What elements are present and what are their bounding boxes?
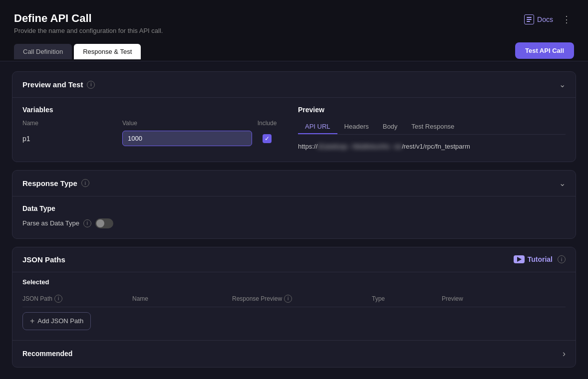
preview-test-info-icon[interactable]: i <box>87 81 95 89</box>
url-blurred: d1awdusp···hblafeieunhs···ee <box>317 143 402 150</box>
tab-call-definition[interactable]: Call Definition <box>14 44 72 59</box>
col-name: Name <box>132 295 232 303</box>
json-paths-section: JSON Paths Tutorial i Selected JSON Path… <box>12 247 576 368</box>
preview-test-chevron: ⌄ <box>559 80 566 89</box>
preview-tab-headers[interactable]: Headers <box>337 120 376 134</box>
variables-col-headers: Name Value Include <box>22 120 282 127</box>
page-header: Define API Call Provide the name and con… <box>0 0 588 42</box>
recommended-chevron: › <box>563 349 566 359</box>
json-paths-title: JSON Paths <box>22 255 65 264</box>
parse-as-data-type-label: Parse as Data Type <box>22 219 79 227</box>
recommended-row[interactable]: Recommended › <box>12 340 576 367</box>
page-subtitle: Provide the name and configuration for t… <box>14 27 163 34</box>
docs-icon <box>524 14 534 24</box>
recommended-label: Recommended <box>22 350 72 358</box>
json-paths-table-header: JSON Path i Name Response Preview i Type… <box>22 291 566 307</box>
col-json-path: JSON Path i <box>22 295 132 303</box>
preview-url: https://d1awdusp···hblafeieunhs···ee/res… <box>298 142 566 152</box>
header-left: Define API Call Provide the name and con… <box>14 12 163 34</box>
parse-data-type-toggle[interactable] <box>95 218 113 228</box>
preview-tab-test-response[interactable]: Test Response <box>404 120 461 134</box>
test-api-button[interactable]: Test API Call <box>515 42 574 59</box>
col-preview: Preview <box>442 295 566 303</box>
tutorial-label: Tutorial <box>528 255 553 263</box>
variables-panel-title: Variables <box>22 106 282 114</box>
docs-button[interactable]: Docs <box>524 14 553 24</box>
response-preview-col-info[interactable]: i <box>284 295 292 303</box>
tab-group: Call Definition Response & Test <box>14 44 141 59</box>
preview-test-header[interactable]: Preview and Test i ⌄ <box>12 72 576 97</box>
json-paths-body: Selected JSON Path i Name Response Previ… <box>12 272 576 340</box>
youtube-icon <box>514 255 525 263</box>
add-icon: + <box>30 317 34 326</box>
tab-response-test[interactable]: Response & Test <box>74 44 141 59</box>
variable-include-checkbox[interactable]: ✓ <box>252 134 282 143</box>
checkbox[interactable]: ✓ <box>263 134 272 143</box>
variable-row: p1 ✓ <box>22 131 282 146</box>
preview-test-content: Variables Name Value Include p1 ✓ <box>22 106 566 152</box>
preview-test-body: Variables Name Value Include p1 ✓ <box>12 97 576 162</box>
variable-name: p1 <box>22 135 122 143</box>
selected-label: Selected <box>22 272 566 291</box>
header-right: Docs ⋮ <box>524 12 574 25</box>
svg-rect-0 <box>527 17 532 18</box>
add-json-path-button[interactable]: + Add JSON Path <box>22 312 91 330</box>
variables-panel: Variables Name Value Include p1 ✓ <box>22 106 282 152</box>
svg-rect-2 <box>527 21 530 22</box>
main-content: Preview and Test i ⌄ Variables Name Valu… <box>0 61 588 378</box>
preview-tab-body[interactable]: Body <box>376 120 405 134</box>
response-type-chevron: ⌄ <box>559 179 566 188</box>
svg-rect-1 <box>527 19 532 20</box>
data-type-heading: Data Type <box>22 204 566 212</box>
variable-value-input[interactable] <box>122 131 252 146</box>
preview-test-title: Preview and Test <box>22 80 83 89</box>
col-response-preview: Response Preview i <box>232 295 372 303</box>
parse-data-type-info-icon[interactable]: i <box>83 219 91 227</box>
toggle-knob <box>96 219 104 227</box>
preview-test-header-left: Preview and Test i <box>22 80 95 89</box>
col-type: Type <box>372 295 442 303</box>
preview-panel: Preview API URL Headers Body Test Respon… <box>298 106 566 152</box>
tutorial-button[interactable]: Tutorial <box>514 255 553 263</box>
more-button[interactable]: ⋮ <box>559 14 574 25</box>
json-paths-info-icon[interactable]: i <box>558 255 566 263</box>
preview-tab-api-url[interactable]: API URL <box>298 120 337 134</box>
response-type-header-left: Response Type i <box>22 179 89 188</box>
preview-test-section: Preview and Test i ⌄ Variables Name Valu… <box>12 71 576 162</box>
docs-label: Docs <box>537 15 553 23</box>
response-type-title: Response Type <box>22 179 77 188</box>
col-name-header: Name <box>22 120 122 127</box>
data-type-row: Parse as Data Type i <box>22 218 566 228</box>
json-path-col-info[interactable]: i <box>54 295 62 303</box>
page-title: Define API Call <box>14 12 163 25</box>
url-suffix: /rest/v1/rpc/fn_testparm <box>402 143 470 150</box>
col-value-header: Value <box>122 120 252 127</box>
preview-panel-title: Preview <box>298 106 566 114</box>
col-include-header: Include <box>252 120 282 127</box>
yt-play-icon <box>517 257 522 262</box>
tabs-bar: Call Definition Response & Test Test API… <box>0 42 588 61</box>
check-icon: ✓ <box>265 135 270 142</box>
response-type-info-icon[interactable]: i <box>81 179 89 187</box>
json-paths-right: Tutorial i <box>514 255 566 263</box>
response-type-header[interactable]: Response Type i ⌄ <box>12 171 576 196</box>
json-paths-header: JSON Paths Tutorial i <box>12 247 576 272</box>
url-prefix: https:// <box>298 143 317 150</box>
response-type-section: Response Type i ⌄ Data Type Parse as Dat… <box>12 170 576 239</box>
preview-tabs: API URL Headers Body Test Response <box>298 120 566 135</box>
add-json-path-label: Add JSON Path <box>37 317 83 325</box>
response-type-body: Data Type Parse as Data Type i <box>12 196 576 238</box>
